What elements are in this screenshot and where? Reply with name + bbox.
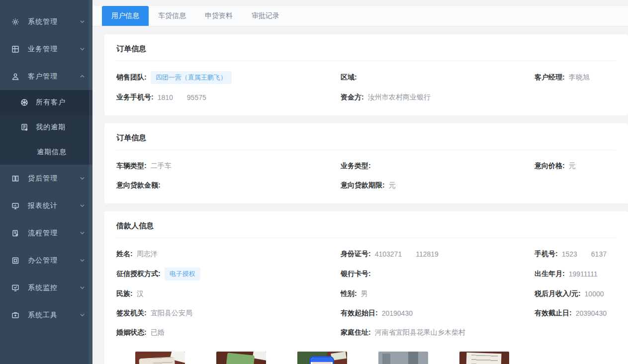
field-value: 181095575 [158, 93, 206, 101]
field-label: 手机号: [535, 250, 558, 259]
sidebar-item-customer-management[interactable]: 客户管理 [0, 63, 92, 90]
field-label: 意向贷款期限: [341, 181, 385, 190]
sidebar-scrollbar[interactable] [89, 0, 92, 364]
sidebar-submenu-customer: 所有客户 我的逾期 逾期信息 [0, 90, 92, 165]
photo-item[interactable]: 征信授权 [297, 352, 347, 364]
field-empty [535, 327, 616, 339]
field-label: 意向贷款金额: [116, 181, 161, 190]
photo-item[interactable]: 身份证 [135, 352, 185, 364]
sidebar-item-label: 系统管理 [28, 17, 80, 26]
photo-item[interactable]: 驾驶证副页 [216, 352, 266, 364]
sidebar-item-my-overdue[interactable]: 我的逾期 [0, 115, 92, 140]
field-income: 税后月收入/元: 10000 [535, 288, 616, 300]
sidebar-item-process-management[interactable]: 流程管理 [0, 219, 92, 247]
tab-user-info[interactable]: 用户信息 [102, 6, 149, 26]
sidebar-item-system-management[interactable]: 系统管理 [0, 8, 92, 35]
sidebar: 系统管理 业务管理 客户管理 所有客户 [0, 0, 92, 364]
field-business-phone: 业务手机号: 181095575 [116, 91, 341, 103]
field-label: 销售团队: [116, 73, 147, 82]
field-address: 家庭住址: 河南省宜阳县花果山乡木柴村 [341, 327, 535, 339]
field-value: 二手车 [151, 162, 172, 171]
green-booklet-photo[interactable] [216, 352, 266, 364]
app-window: 系统管理 业务管理 客户管理 所有客户 [0, 0, 628, 364]
field-label: 银行卡号: [341, 270, 371, 278]
tab-label: 用户信息 [111, 11, 139, 20]
sidebar-item-label: 所有客户 [36, 98, 86, 107]
tab-approval-records[interactable]: 审批记录 [242, 6, 289, 26]
field-label: 婚姻状态: [116, 328, 147, 337]
chevron-down-icon [80, 46, 86, 52]
field-id-number: 身份证号: 4103271112819 [341, 248, 535, 260]
sidebar-item-label: 逾期信息 [37, 148, 86, 157]
field-intent-amount: 意向贷款金额: [116, 180, 341, 191]
field-region: 区域: [341, 71, 535, 84]
field-ethnic: 民族: 汉 [116, 288, 341, 300]
field-customer-manager: 客户经理: 李晓旭 [535, 71, 616, 84]
sidebar-item-overdue-info[interactable]: 逾期信息 [0, 140, 92, 165]
book-icon [11, 174, 20, 183]
field-value: 4103271112819 [375, 250, 439, 258]
field-bank-card: 银行卡号: [341, 268, 535, 280]
card-title: 订单信息 [116, 44, 616, 61]
phone-qr-photo[interactable] [297, 352, 347, 364]
loan-intent-card: 订单信息 车辆类型: 二手车 业务类型: 意向价格: 元 意向贷款金额: [104, 123, 628, 203]
field-credit-auth: 征信授权方式: 电子授权 [116, 268, 341, 280]
credit-auth-tag[interactable]: 电子授权 [165, 268, 200, 280]
field-intent-price: 意向价格: 元 [535, 160, 616, 172]
chevron-down-icon [80, 176, 86, 182]
grid-icon [11, 45, 20, 54]
user-icon [11, 72, 20, 81]
sales-team-tag[interactable]: 四团一营（直属王鹏飞） [151, 71, 232, 84]
loan-intent-fields: 车辆类型: 二手车 业务类型: 意向价格: 元 意向贷款金额: 意向贷款期限: [116, 150, 616, 191]
field-birth: 出生年月: 19911111 [535, 268, 616, 280]
gear-icon [11, 17, 20, 26]
chevron-down-icon [80, 230, 86, 236]
borrower-fields: 姓名: 周志洋 身份证号: 4103271112819 手机号: 1523613… [116, 238, 616, 339]
field-label: 家庭住址: [341, 328, 371, 337]
main-content: 用户信息 车贷信息 申贷资料 审批记录 订单信息 销售团队: 四团一营（直属王鹏… [92, 0, 628, 364]
field-value: 20390430 [576, 309, 607, 317]
field-value: 已婚 [151, 328, 165, 337]
toolbox-icon [11, 311, 20, 320]
sidebar-item-label: 系统监控 [28, 283, 80, 292]
field-value: 汉 [137, 289, 144, 298]
field-marital: 婚姻状态: 已婚 [116, 327, 341, 339]
field-mobile: 手机号: 15236137 [535, 248, 616, 260]
sidebar-item-postloan-management[interactable]: 贷后管理 [0, 165, 92, 192]
field-sales-team: 销售团队: 四团一营（直属王鹏飞） [116, 71, 341, 84]
field-vehicle-type: 车辆类型: 二手车 [116, 160, 341, 172]
paper-document-photo[interactable] [459, 352, 509, 364]
sidebar-item-all-customers[interactable]: 所有客户 [0, 90, 92, 115]
field-value: 元 [389, 181, 396, 190]
sidebar-item-label: 客户管理 [28, 72, 80, 81]
sidebar-item-business-management[interactable]: 业务管理 [0, 35, 92, 63]
field-empty [535, 91, 616, 103]
chevron-down-icon [80, 285, 86, 291]
field-label: 意向价格: [535, 162, 565, 171]
field-label: 税后月收入/元: [535, 289, 581, 298]
field-label: 性别: [341, 289, 357, 298]
car-person-photo[interactable] [378, 352, 428, 364]
tab-car-loan-info[interactable]: 车贷信息 [149, 6, 195, 26]
monitor-icon [11, 201, 20, 210]
chevron-down-icon [80, 203, 86, 209]
field-value: 10000 [585, 290, 604, 298]
chevron-down-icon [80, 258, 86, 264]
field-label: 区域: [341, 73, 357, 82]
sidebar-item-report-statistics[interactable]: 报表统计 [0, 192, 92, 219]
field-label: 客户经理: [535, 73, 565, 82]
sidebar-item-office-management[interactable]: 办公管理 [0, 247, 92, 274]
field-value: 19911111 [569, 270, 598, 278]
sidebar-item-system-tools[interactable]: 系统工具 [0, 301, 92, 329]
sidebar-item-label: 我的逾期 [36, 123, 86, 132]
field-label: 业务手机号: [116, 93, 154, 102]
redaction-patch [173, 94, 187, 101]
tab-label: 审批记录 [252, 11, 279, 20]
redaction-patch [577, 251, 591, 258]
photo-item[interactable]: 结婚证明 [459, 352, 509, 364]
id-card-photo[interactable] [135, 352, 185, 364]
tab-loan-application-docs[interactable]: 申贷资料 [195, 6, 242, 26]
field-value: 20190430 [382, 309, 413, 317]
sidebar-item-system-monitor[interactable]: 系统监控 [0, 274, 92, 301]
photo-item[interactable]: 人车照 [378, 352, 428, 364]
